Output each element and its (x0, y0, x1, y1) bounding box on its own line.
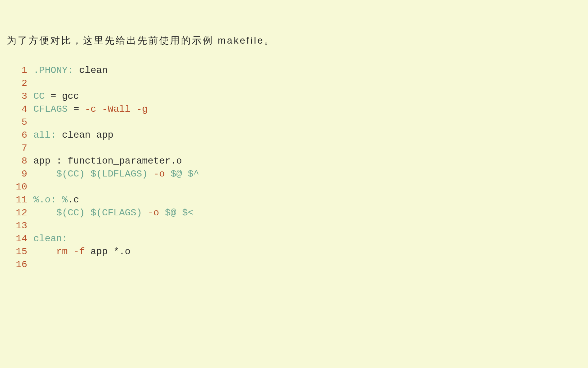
line-number: 15 (7, 245, 33, 258)
code-token: $@ $< (159, 208, 194, 218)
code-line: 10 (7, 181, 581, 194)
code-token (33, 169, 56, 179)
line-number: 14 (7, 232, 33, 245)
code-token: %.o: % (33, 195, 68, 205)
code-token: -c -Wall -g (85, 104, 148, 114)
code-line: 2 (7, 77, 581, 90)
code-token: clean (74, 65, 108, 76)
code-line: 11%.o: %.c (7, 194, 581, 206)
code-token: app : function_parameter.o (33, 156, 182, 166)
line-number: 2 (7, 77, 33, 90)
line-number: 4 (7, 103, 33, 116)
code-token: clean app (56, 130, 113, 140)
code-token: .c (68, 195, 79, 205)
code-token: = gcc (45, 91, 79, 102)
intro-text: 为了方便对比，这里先给出先前使用的示例 makefile。 (7, 34, 581, 47)
code-line: 9 $(CC) $(LDFLAGS) -o $@ $^ (7, 168, 581, 181)
code-line: 3CC = gcc (7, 90, 581, 103)
line-number: 11 (7, 194, 33, 206)
code-token: $(CC) $(CFLAGS) (56, 208, 148, 218)
code-line: 13 (7, 219, 581, 232)
code-token (33, 208, 56, 218)
code-line: 4CFLAGS = -c -Wall -g (7, 103, 581, 116)
code-line: 5 (7, 116, 581, 129)
code-line: 14clean: (7, 232, 581, 245)
line-number: 7 (7, 142, 33, 155)
code-token: app *.o (85, 246, 130, 257)
code-token: -o (153, 169, 165, 179)
code-content: all: clean app (33, 129, 113, 142)
code-content: clean: (33, 232, 68, 245)
line-number: 1 (7, 64, 33, 77)
line-number: 13 (7, 219, 33, 232)
line-number: 16 (7, 258, 33, 271)
code-content: rm -f app *.o (33, 245, 131, 258)
code-line: 8app : function_parameter.o (7, 155, 581, 168)
code-token: $@ $^ (165, 169, 199, 179)
code-content: $(CC) $(LDFLAGS) -o $@ $^ (33, 168, 199, 181)
code-token: clean: (33, 233, 68, 244)
code-token: -o (148, 208, 159, 218)
line-number: 12 (7, 206, 33, 219)
code-token: -f (74, 246, 85, 257)
code-content: .PHONY: clean (33, 64, 108, 77)
code-token: CFLAGS (33, 104, 68, 114)
line-number: 10 (7, 181, 33, 194)
code-line: 1.PHONY: clean (7, 64, 581, 77)
code-line: 16 (7, 258, 581, 271)
code-line: 15 rm -f app *.o (7, 245, 581, 258)
code-content: %.o: %.c (33, 194, 79, 206)
code-line: 7 (7, 142, 581, 155)
code-content: CC = gcc (33, 90, 79, 103)
code-token: = (68, 104, 85, 114)
code-content: CFLAGS = -c -Wall -g (33, 103, 148, 116)
line-number: 6 (7, 129, 33, 142)
line-number: 8 (7, 155, 33, 168)
code-content: app : function_parameter.o (33, 155, 182, 168)
code-token: $(CC) $(LDFLAGS) (56, 169, 153, 179)
code-token: all: (33, 130, 56, 140)
code-content: $(CC) $(CFLAGS) -o $@ $< (33, 206, 194, 219)
code-line: 6all: clean app (7, 129, 581, 142)
code-token: CC (33, 91, 45, 102)
line-number: 5 (7, 116, 33, 129)
document-page: 为了方便对比，这里先给出先前使用的示例 makefile。 1.PHONY: c… (0, 0, 588, 271)
code-block: 1.PHONY: clean23CC = gcc4CFLAGS = -c -Wa… (7, 64, 581, 271)
code-token (33, 246, 56, 257)
code-token: .PHONY: (33, 65, 74, 76)
line-number: 3 (7, 90, 33, 103)
code-token: rm (56, 246, 73, 257)
code-line: 12 $(CC) $(CFLAGS) -o $@ $< (7, 206, 581, 219)
line-number: 9 (7, 168, 33, 181)
